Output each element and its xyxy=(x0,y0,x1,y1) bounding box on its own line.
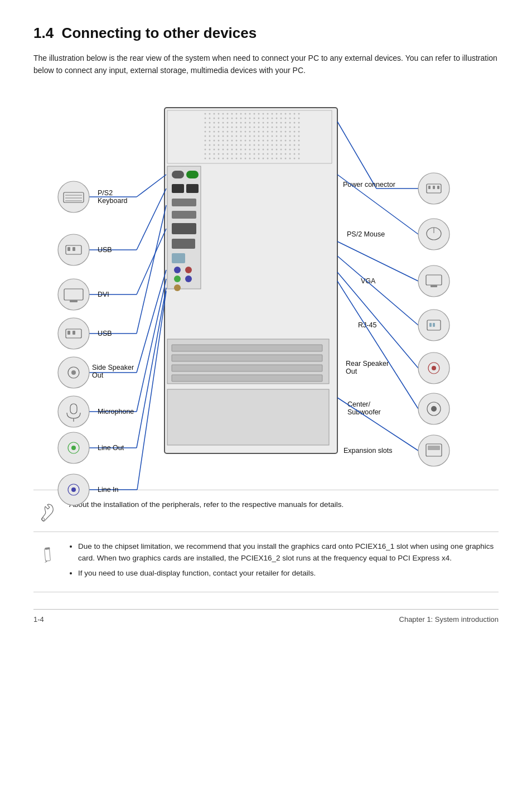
svg-rect-20 xyxy=(172,345,322,351)
intro-paragraph: The illustration below is the rear view … xyxy=(33,52,499,77)
svg-rect-45 xyxy=(70,300,78,302)
svg-line-92 xyxy=(337,241,418,281)
svg-text:USB: USB xyxy=(98,330,112,337)
svg-point-77 xyxy=(71,487,76,492)
svg-text:PS/2 Mouse: PS/2 Mouse xyxy=(347,230,385,238)
svg-text:Center/: Center/ xyxy=(347,400,371,408)
svg-point-93 xyxy=(418,265,449,297)
svg-point-17 xyxy=(185,276,192,282)
svg-point-18 xyxy=(174,284,181,291)
svg-rect-38 xyxy=(67,247,70,251)
svg-rect-122 xyxy=(45,547,50,550)
chapter-label: Chapter 1: System introduction xyxy=(399,614,499,625)
svg-line-109 xyxy=(337,281,418,409)
svg-line-34 xyxy=(137,189,166,250)
svg-text:P/S2: P/S2 xyxy=(98,189,113,197)
svg-rect-10 xyxy=(172,211,196,219)
svg-point-112 xyxy=(431,406,437,412)
svg-rect-9 xyxy=(172,199,196,206)
warning-note-text: Due to the chipset limitation, we recomm… xyxy=(69,541,499,583)
svg-rect-121 xyxy=(45,548,51,561)
svg-rect-13 xyxy=(172,253,185,263)
svg-rect-39 xyxy=(72,247,75,251)
connection-diagram: P/S2 Keyboard USB DVI USB Side xyxy=(33,94,499,473)
svg-rect-22 xyxy=(172,365,322,371)
pencil-svg-icon xyxy=(37,543,58,564)
svg-rect-101 xyxy=(433,323,435,327)
svg-rect-11 xyxy=(172,223,196,234)
svg-text:Expansion slots: Expansion slots xyxy=(344,447,393,455)
svg-text:USB: USB xyxy=(98,246,112,254)
svg-line-115 xyxy=(337,398,418,451)
svg-text:Out: Out xyxy=(346,368,357,375)
svg-rect-21 xyxy=(172,355,322,361)
svg-point-27 xyxy=(58,181,89,212)
svg-rect-24 xyxy=(167,389,329,445)
svg-line-25 xyxy=(137,175,166,197)
diagram-svg: P/S2 Keyboard USB DVI USB Side xyxy=(33,94,499,518)
svg-text:Microphone: Microphone xyxy=(98,408,134,416)
svg-rect-84 xyxy=(433,186,435,189)
page-number: 1-4 xyxy=(33,614,44,625)
svg-point-58 xyxy=(71,370,76,375)
svg-text:Line In: Line In xyxy=(98,486,119,494)
svg-rect-100 xyxy=(429,323,432,327)
svg-rect-8 xyxy=(186,184,199,193)
svg-rect-83 xyxy=(428,186,431,189)
svg-text:Rear Speaker: Rear Speaker xyxy=(346,360,389,368)
svg-rect-12 xyxy=(172,239,195,249)
svg-text:Side Speaker: Side Speaker xyxy=(92,364,134,371)
svg-rect-23 xyxy=(172,375,322,381)
svg-text:Line Out: Line Out xyxy=(98,444,124,452)
svg-point-88 xyxy=(418,219,449,250)
svg-rect-52 xyxy=(72,331,75,335)
svg-line-67 xyxy=(137,288,166,448)
section-title: 1.4 Connecting to other devices xyxy=(33,22,499,44)
svg-point-16 xyxy=(174,276,181,282)
svg-point-120 xyxy=(42,518,45,520)
warning-note: Due to the chipset limitation, we recomm… xyxy=(33,532,499,592)
svg-text:Keyboard: Keyboard xyxy=(98,197,128,205)
svg-line-103 xyxy=(337,272,418,368)
svg-text:DVI: DVI xyxy=(98,291,109,298)
svg-point-15 xyxy=(185,267,192,273)
svg-rect-95 xyxy=(431,285,437,287)
svg-line-97 xyxy=(337,256,418,325)
svg-rect-5 xyxy=(172,171,184,178)
svg-point-106 xyxy=(432,366,436,370)
svg-point-71 xyxy=(71,446,76,450)
svg-point-116 xyxy=(418,435,449,466)
svg-text:Out: Out xyxy=(92,371,104,379)
svg-rect-51 xyxy=(67,331,70,335)
pencil-icon xyxy=(33,541,61,564)
svg-rect-3 xyxy=(204,112,301,162)
svg-rect-85 xyxy=(437,186,439,189)
svg-point-63 xyxy=(58,396,89,427)
svg-point-43 xyxy=(58,279,89,310)
svg-rect-6 xyxy=(186,171,199,178)
svg-point-14 xyxy=(174,267,181,273)
svg-rect-118 xyxy=(428,446,440,450)
footer: 1-4 Chapter 1: System introduction xyxy=(33,609,499,625)
svg-line-47 xyxy=(137,205,166,334)
svg-rect-7 xyxy=(172,184,184,193)
